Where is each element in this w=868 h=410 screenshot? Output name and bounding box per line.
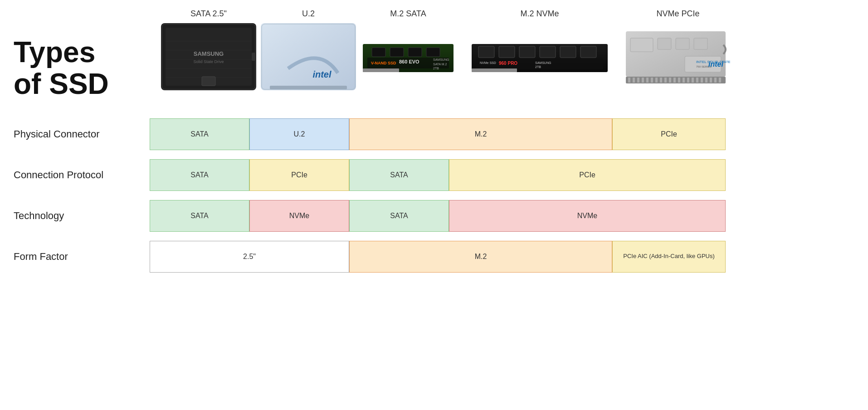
row-form-factor: Form Factor 2.5" M.2 PCIe AIC (Add-In-Ca…: [14, 241, 854, 273]
header-section: Types of SSD SATA 2.5" U.2 M.2 SATA M.2 …: [14, 9, 854, 100]
svg-rect-55: [646, 78, 649, 83]
row-physical-connector: Physical Connector SATA U.2 M.2 PCIe: [14, 118, 854, 150]
svg-rect-33: [560, 46, 576, 58]
cell-pc-pcie: PCIe: [612, 118, 726, 150]
svg-rect-66: [696, 78, 698, 83]
svg-rect-70: [714, 78, 717, 83]
svg-rect-29: [478, 46, 494, 58]
cell-ff-m2: M.2: [349, 241, 612, 273]
row-technology: Technology SATA NVMe SATA NVMe: [14, 200, 854, 232]
svg-rect-15: [270, 86, 347, 89]
cell-pc-sata: SATA: [150, 118, 249, 150]
svg-rect-68: [705, 78, 707, 83]
svg-rect-30: [499, 46, 515, 58]
svg-text:SAMSUNG: SAMSUNG: [194, 50, 224, 57]
col-header-m2sata: M.2 SATA: [358, 9, 458, 19]
page: Types of SSD SATA 2.5" U.2 M.2 SATA M.2 …: [0, 0, 868, 410]
title-line2: of SSD: [14, 68, 109, 100]
col-header-u2: U.2: [258, 9, 358, 19]
row-label-form-factor: Form Factor: [14, 251, 150, 263]
cell-t-nvme: NVMe: [249, 200, 349, 232]
intel-u2-image: intel: [261, 23, 356, 90]
svg-rect-65: [692, 78, 694, 83]
svg-rect-42: [630, 38, 653, 52]
row-label-technology: Technology: [14, 210, 150, 222]
row-label-connection-protocol: Connection Protocol: [14, 169, 150, 181]
svg-text:2TB: 2TB: [433, 67, 439, 70]
svg-rect-58: [660, 78, 662, 83]
img-cell-m2nvme: NVMe SSD 960 PRO SAMSUNG 2TB: [458, 44, 621, 90]
svg-rect-63: [683, 78, 685, 83]
svg-rect-40: [472, 68, 517, 72]
svg-rect-32: [540, 46, 556, 58]
cell-ff-pcie: PCIe AIC (Add-In-Card, like GPUs): [612, 241, 726, 273]
svg-rect-10: [252, 53, 255, 61]
table-section: Physical Connector SATA U.2 M.2 PCIe Con…: [14, 118, 854, 273]
cells-form-factor: 2.5" M.2 PCIe AIC (Add-In-Card, like GPU…: [150, 241, 854, 273]
col-header-m2nvme: M.2 NVMe: [458, 9, 621, 19]
cell-ff-25: 2.5": [150, 241, 349, 273]
svg-text:960 PRO: 960 PRO: [499, 61, 517, 66]
svg-rect-43: [658, 38, 671, 49]
page-title: Types of SSD: [14, 36, 150, 100]
svg-text:2TB: 2TB: [535, 65, 541, 68]
row-connection-protocol: Connection Protocol SATA PCIe SATA PCIe: [14, 159, 854, 191]
svg-rect-45: [694, 38, 707, 49]
img-cell-u2: intel: [258, 23, 358, 90]
svg-text:860 EVO: 860 EVO: [399, 59, 419, 64]
svg-rect-62: [678, 78, 680, 83]
column-headers: SATA 2.5" U.2 M.2 SATA M.2 NVMe NVMe PCI…: [159, 9, 854, 19]
cells-connection-protocol: SATA PCIe SATA PCIe: [150, 159, 854, 191]
cell-pc-m2: M.2: [349, 118, 612, 150]
svg-rect-59: [664, 78, 667, 83]
cell-t-nvme2: NVMe: [449, 200, 726, 232]
cell-t-sata: SATA: [150, 200, 249, 232]
cell-cp-pcie2: PCIe: [449, 159, 726, 191]
svg-rect-18: [390, 48, 404, 57]
svg-rect-27: [363, 68, 399, 72]
svg-rect-52: [633, 78, 635, 83]
col-header-sata25: SATA 2.5": [159, 9, 258, 19]
svg-rect-11: [202, 77, 215, 86]
svg-rect-17: [372, 48, 385, 57]
col-header-nvmepcie: NVMe PCIe: [621, 9, 735, 19]
image-row: SAMSUNG Solid State Drive: [159, 23, 854, 90]
svg-rect-56: [651, 78, 653, 83]
svg-rect-44: [676, 38, 689, 49]
svg-rect-53: [637, 78, 639, 83]
m2-sata-image: V-NAND SSD 860 EVO SAMSUNG SATA M.2 2TB: [363, 44, 454, 72]
svg-rect-20: [426, 48, 440, 57]
svg-rect-64: [687, 78, 689, 83]
samsung-ssd-image: SAMSUNG Solid State Drive: [161, 23, 256, 90]
svg-text:Solid State Drive: Solid State Drive: [193, 59, 224, 64]
svg-rect-51: [628, 78, 630, 83]
svg-rect-61: [673, 78, 676, 83]
cells-physical-connector: SATA U.2 M.2 PCIe: [150, 118, 854, 150]
title-line1: Types: [14, 36, 95, 68]
cell-t-sata2: SATA: [349, 200, 449, 232]
svg-text:NVMe SSD: NVMe SSD: [480, 61, 496, 64]
cell-pc-u2: U.2: [249, 118, 349, 150]
cells-technology: SATA NVMe SATA NVMe: [150, 200, 854, 232]
img-cell-pcie: INTEL SOLID-STATE DRIVE 750 SERIES intel: [621, 31, 735, 90]
img-cell-m2sata: V-NAND SSD 860 EVO SAMSUNG SATA M.2 2TB: [358, 44, 458, 90]
svg-rect-67: [701, 78, 703, 83]
svg-rect-31: [519, 46, 535, 58]
svg-text:intel: intel: [312, 69, 332, 79]
row-label-physical-connector: Physical Connector: [14, 128, 150, 140]
svg-rect-57: [655, 78, 658, 83]
pcie-aic-image: INTEL SOLID-STATE DRIVE 750 SERIES intel: [626, 31, 730, 90]
m2-nvme-image: NVMe SSD 960 PRO SAMSUNG 2TB: [472, 44, 608, 72]
cell-cp-sata: SATA: [150, 159, 249, 191]
svg-text:intel: intel: [708, 60, 723, 68]
title-block: Types of SSD: [14, 9, 150, 100]
svg-text:SAMSUNG: SAMSUNG: [535, 61, 551, 64]
svg-text:SATA M.2: SATA M.2: [433, 63, 447, 66]
svg-rect-54: [642, 78, 644, 83]
svg-text:SAMSUNG: SAMSUNG: [433, 58, 449, 61]
svg-rect-19: [408, 48, 422, 57]
svg-rect-71: [719, 78, 721, 83]
svg-rect-69: [710, 78, 712, 83]
svg-text:V-NAND SSD: V-NAND SSD: [371, 61, 396, 65]
svg-rect-12: [261, 23, 356, 90]
